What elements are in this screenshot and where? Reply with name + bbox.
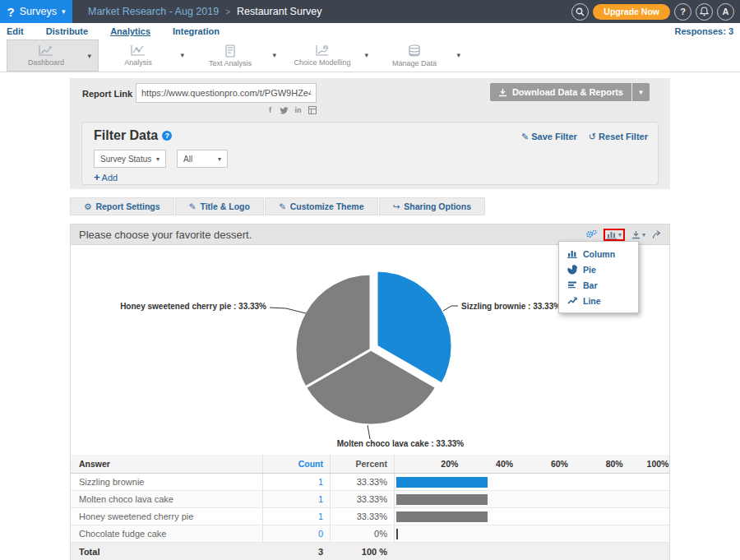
count-cell[interactable]: 1 [262, 491, 330, 507]
answer-cell: Honey sweetened cherry pie [71, 511, 262, 521]
question-download-button[interactable]: ▾ [631, 230, 645, 239]
notifications-button[interactable] [696, 3, 713, 21]
chart-type-button[interactable]: ▾ [607, 230, 622, 239]
bar-chart-icon [567, 280, 577, 289]
chevron-down-icon[interactable]: ▾ [456, 51, 460, 59]
chevron-down-icon: ▾ [642, 231, 645, 238]
percent-cell: 33.33% [330, 474, 394, 490]
facebook-icon[interactable]: f [266, 105, 275, 114]
toolbar-analysis[interactable]: Analysis ▾ [99, 39, 191, 72]
chevron-down-icon[interactable]: ▾ [272, 51, 276, 59]
chevron-down-icon[interactable]: ▾ [87, 52, 91, 60]
search-button[interactable] [571, 3, 589, 21]
toolbar-text-analysis[interactable]: Text Analysis ▾ [191, 39, 283, 72]
tab-customize-theme[interactable]: ✎Customize Theme [265, 197, 378, 215]
add-filter-label: Add [102, 173, 118, 183]
linkedin-icon[interactable]: in [294, 105, 303, 114]
help-button[interactable]: ? [674, 3, 691, 21]
column-chart-icon [567, 249, 577, 258]
nav-edit[interactable]: Edit [7, 26, 24, 36]
filter-data-title: Filter Data ? [94, 128, 172, 143]
question-report-card: Please choose your favorite dessert. ▾ ▾ [70, 224, 670, 560]
surveys-product-switcher[interactable]: ? Surveys ▾ [0, 0, 72, 23]
pie-label-honey-sweetened-cherry-pie: Honey sweetened cherry pie : 33.33% [120, 302, 266, 311]
pie-label-molten-choco-lava-cake: Molten choco lava cake : 33.33% [337, 439, 465, 448]
question-settings-button[interactable] [585, 229, 597, 239]
scale-tick-label: 20% [441, 459, 458, 469]
tab-report-settings[interactable]: ⚙Report Settings [70, 197, 174, 215]
menu-item-bar[interactable]: Bar [559, 277, 638, 293]
percent-bar [396, 529, 398, 539]
leader-line [270, 308, 306, 313]
table-total-row: Total 3 100 % [71, 543, 669, 560]
chart-type-icon [607, 230, 617, 239]
leader-line [443, 306, 458, 311]
nav-integration[interactable]: Integration [173, 26, 220, 36]
filter-help-icon[interactable]: ? [162, 131, 172, 141]
twitter-icon[interactable] [280, 105, 289, 114]
filter-actions: ✎Save Filter ↺Reset Filter [521, 132, 648, 142]
count-cell[interactable]: 0 [262, 525, 330, 542]
status-value-select[interactable]: All▾ [177, 150, 228, 168]
breadcrumb-folder[interactable]: Market Research - Aug 2019 [88, 6, 219, 17]
gears-icon [585, 229, 597, 239]
save-filter-button[interactable]: ✎Save Filter [521, 132, 577, 142]
nav-distribute[interactable]: Distribute [46, 26, 88, 36]
menu-item-line[interactable]: Line [559, 293, 638, 308]
database-icon [407, 44, 422, 58]
total-count: 3 [262, 543, 330, 560]
add-filter-button[interactable]: +Add [94, 171, 118, 183]
toolbar-manage-data[interactable]: Manage Data ▾ [375, 39, 467, 72]
download-button-label: Download Data & Reports [512, 87, 623, 97]
table-row: Honey sweetened cherry pie 1 33.33% [71, 508, 669, 525]
responses-count[interactable]: Responses: 3 [674, 23, 733, 39]
survey-status-select[interactable]: Survey Status▾ [94, 150, 166, 168]
menu-item-pie[interactable]: Pie [559, 261, 638, 277]
download-options-caret[interactable]: ▾ [631, 83, 650, 101]
filter-data-section: Filter Data ? ✎Save Filter ↺Reset Filter… [81, 122, 659, 185]
percent-bar [396, 494, 488, 505]
question-share-button[interactable] [652, 230, 663, 239]
chevron-down-icon[interactable]: ▾ [364, 51, 368, 59]
percent-cell: 0% [330, 525, 394, 542]
scale-tick-label: 80% [606, 459, 623, 469]
toolbar-dashboard[interactable]: Dashboard ▾ [7, 39, 99, 72]
nav-analytics[interactable]: Analytics [110, 26, 150, 36]
leader-line [368, 425, 370, 439]
answer-cell: Sizzling brownie [71, 477, 262, 487]
edit-icon: ✎ [279, 201, 286, 211]
menu-item-column[interactable]: Column [559, 246, 638, 261]
bar-cell [394, 474, 669, 490]
report-link-input[interactable] [136, 83, 317, 103]
pie-label-sizzling-brownie: Sizzling brownie : 33.33% [461, 302, 561, 311]
tab-sharing-options[interactable]: ↪Sharing Options [379, 197, 485, 215]
bar-cell [394, 508, 669, 525]
reset-filter-button[interactable]: ↺Reset Filter [589, 132, 648, 142]
bar-cell [394, 491, 669, 507]
gear-icon: ⚙ [84, 201, 91, 211]
count-cell[interactable]: 1 [262, 508, 330, 525]
total-percent: 100 % [330, 543, 394, 560]
upgrade-now-button[interactable]: Upgrade Now [593, 4, 670, 20]
toolbar-choice-modelling[interactable]: Choice Modelling ▾ [283, 39, 375, 72]
chevron-down-icon[interactable]: ▾ [180, 51, 184, 59]
edit-icon: ✎ [521, 132, 529, 141]
bar-cell [394, 525, 669, 542]
tab-title-logo[interactable]: ✎Title & Logo [175, 197, 264, 215]
tab-label: Customize Theme [290, 201, 364, 211]
table-header-row: Answer Count Percent 20% 40% 60% 80% 100… [71, 455, 669, 474]
chart-type-menu: Column Pie Bar Line [558, 241, 639, 313]
download-data-reports-button[interactable]: Download Data & Reports ▾ [490, 83, 650, 101]
chevron-down-icon: ▾ [618, 231, 622, 238]
avatar[interactable]: A [717, 3, 734, 21]
breadcrumb: Market Research - Aug 2019 > Restaurant … [88, 6, 322, 17]
chevron-down-icon: ▾ [156, 155, 160, 163]
chevron-down-icon: ▾ [218, 155, 221, 163]
scale-tick-label: 40% [496, 459, 513, 469]
count-cell[interactable]: 1 [262, 474, 330, 490]
embed-icon[interactable] [308, 105, 317, 114]
product-name: Surveys [20, 6, 57, 17]
tab-label: Title & Logo [200, 201, 249, 211]
toolbar-item-label: Analysis [124, 58, 152, 67]
questionpro-analytics-page: ? Surveys ▾ Market Research - Aug 2019 >… [0, 0, 740, 560]
